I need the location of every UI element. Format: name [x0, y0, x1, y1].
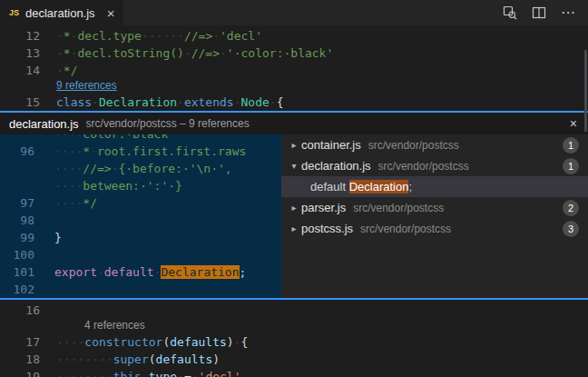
result-file-container-js[interactable]: ▸ container.js src/vendor/postcss 1	[281, 134, 588, 155]
line-number: 13	[0, 45, 40, 62]
line-number: 101	[0, 263, 34, 281]
tab-declaration-js[interactable]: JS declaration.js ×	[0, 0, 123, 25]
result-file-path: src/vendor/postcss	[360, 223, 563, 235]
chevron-right-icon[interactable]: ▸	[287, 203, 301, 213]
reference-count-badge: 2	[563, 200, 579, 216]
editor-scrollbar[interactable]	[584, 50, 587, 132]
peek-editor[interactable]: ····color:·black' 96 ····*·root.first.fi…	[0, 134, 281, 298]
vscode-window: JS declaration.js × ⋯	[0, 0, 588, 377]
line-number: 96	[0, 143, 34, 160]
code-line[interactable]: 98	[0, 212, 281, 229]
peek-results-tree: ▸ container.js src/vendor/postcss 1 ▾ de…	[281, 134, 588, 298]
code-line[interactable]: 13 ·*·decl.toString()·//=>·'·color:·blac…	[0, 45, 588, 62]
code-text: ····constructor(defaults)·{	[40, 333, 248, 351]
code-text: ····color:·black'	[34, 134, 175, 143]
line-number: 102	[0, 281, 34, 298]
more-actions-icon[interactable]: ⋯	[561, 5, 575, 20]
code-line[interactable]: ····between:·':'·}	[0, 177, 281, 194]
code-line[interactable]: 12 ·*·decl.type······//=>·'decl'	[0, 27, 588, 45]
peek-body: ····color:·black' 96 ····*·root.first.fi…	[0, 134, 588, 298]
code-text: ·*/	[40, 62, 77, 79]
editor-top: 12 ·*·decl.type······//=>·'decl' 13 ·*·d…	[0, 25, 588, 111]
code-line[interactable]: 16	[0, 302, 588, 319]
code-text: ········this.type·=·'decl'	[40, 368, 241, 377]
codelens-references-link[interactable]: 4 references	[84, 319, 145, 333]
codelens-row: 4 references	[0, 319, 588, 333]
code-line[interactable]: 19 ········this.type·=·'decl'	[0, 368, 588, 377]
line-number: 100	[0, 246, 34, 263]
peek-header: declaration.js src/vendor/postcss – 9 re…	[0, 113, 588, 134]
tab-close-icon[interactable]: ×	[107, 6, 115, 20]
result-file-declaration-js[interactable]: ▾ declaration.js src/vendor/postcss 1	[281, 155, 588, 176]
result-reference-default-declaration[interactable]: default Declaration;	[281, 176, 588, 197]
reference-snippet: default Declaration;	[287, 180, 412, 193]
tab-label: declaration.js	[25, 6, 95, 20]
reference-count-badge: 1	[563, 137, 579, 154]
code-text: class·Declaration·extends·Node·{	[40, 94, 283, 111]
code-line-reference-match[interactable]: 101 export·default·Declaration;	[0, 263, 281, 281]
code-line[interactable]: 14 ·*/	[0, 62, 588, 79]
code-line[interactable]: 15 class·Declaration·extends·Node·{	[0, 94, 588, 111]
search-icon[interactable]	[503, 5, 517, 20]
result-file-path: src/vendor/postcss	[353, 202, 563, 214]
code-text	[34, 281, 54, 298]
line-number: 98	[0, 212, 34, 229]
codelens-references-link[interactable]: 9 references	[56, 79, 117, 94]
code-text	[40, 302, 56, 319]
code-text: }	[34, 229, 62, 246]
result-file-name: parser.js	[301, 201, 346, 214]
code-text: ····*/	[34, 194, 97, 212]
code-text: ····between:·':'·}	[34, 177, 182, 194]
code-text	[34, 246, 54, 263]
javascript-file-icon: JS	[9, 8, 19, 17]
line-number: 97	[0, 194, 34, 212]
peek-title: declaration.js	[9, 117, 79, 131]
code-line[interactable]: 96 ····*·root.first.first.raws	[0, 143, 281, 160]
code-line[interactable]: 18 ········super(defaults)	[0, 351, 588, 368]
result-file-path: src/vendor/postcss	[368, 139, 563, 152]
code-text: export·default·Declaration;	[34, 263, 246, 281]
code-line[interactable]: ····//=>·{·before:·'\n·',	[0, 160, 281, 177]
code-text: ·*·decl.type······//=>·'decl'	[40, 27, 262, 45]
split-editor-icon[interactable]	[532, 5, 546, 20]
code-line[interactable]: 99 }	[0, 229, 281, 246]
reference-match-highlight: Declaration	[349, 180, 409, 193]
chevron-right-icon[interactable]: ▸	[287, 140, 301, 150]
code-line[interactable]: 100	[0, 246, 281, 263]
clipped-code-line: ····color:·black'	[0, 134, 281, 143]
chevron-down-icon[interactable]: ▾	[287, 161, 301, 171]
code-text: ····*·root.first.first.raws	[34, 143, 246, 160]
line-number: 19	[0, 368, 40, 377]
line-number: 12	[0, 27, 40, 45]
chevron-right-icon[interactable]: ▸	[287, 223, 301, 233]
code-line[interactable]: 17 ····constructor(defaults)·{	[0, 333, 588, 351]
result-file-path: src/vendor/postcss	[378, 160, 563, 173]
peek-references-widget: declaration.js src/vendor/postcss – 9 re…	[0, 111, 588, 300]
editor-title-actions: ⋯	[490, 0, 588, 25]
editor-bottom: 16 4 references 17 ····constructor(defau…	[0, 300, 588, 377]
line-number: 16	[0, 302, 40, 319]
close-icon[interactable]: ×	[568, 116, 579, 131]
line-number: 18	[0, 351, 40, 368]
line-number: 15	[0, 94, 40, 111]
code-line[interactable]: 97 ····*/	[0, 194, 281, 212]
code-text: ········super(defaults)	[40, 351, 220, 368]
line-number: 14	[0, 62, 40, 79]
codelens-row: 9 references	[0, 79, 588, 94]
result-file-parser-js[interactable]: ▸ parser.js src/vendor/postcss 2	[281, 197, 588, 218]
reference-count-badge: 3	[563, 221, 579, 237]
result-file-name: declaration.js	[301, 159, 371, 173]
tab-bar: JS declaration.js × ⋯	[0, 0, 588, 25]
code-text: ·*·decl.toString()·//=>·'·color:·black'	[40, 45, 333, 62]
result-file-name: postcss.js	[301, 222, 353, 235]
result-file-postcss-js[interactable]: ▸ postcss.js src/vendor/postcss 3	[281, 218, 588, 239]
code-line[interactable]: 102	[0, 281, 281, 298]
reference-count-badge: 1	[563, 158, 579, 174]
code-text: ····//=>·{·before:·'\n·',	[34, 160, 232, 177]
code-text	[34, 212, 54, 229]
line-number: 17	[0, 333, 40, 351]
peek-subtitle: src/vendor/postcss – 9 references	[86, 117, 561, 130]
line-number: 99	[0, 229, 34, 246]
line-number	[0, 177, 34, 194]
result-file-name: container.js	[301, 138, 361, 152]
